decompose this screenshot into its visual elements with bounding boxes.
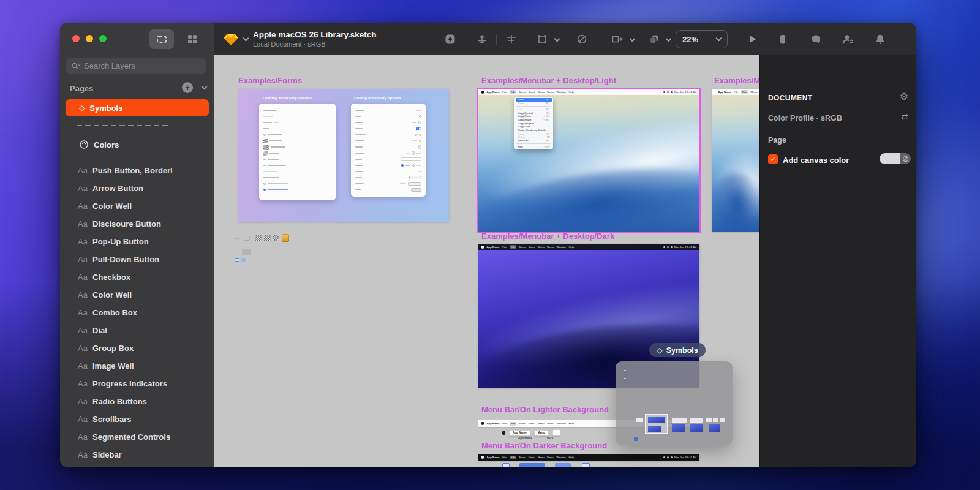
page-symbols-label: Symbols xyxy=(89,104,123,113)
add-collaborator-button[interactable] xyxy=(842,33,854,45)
instances-button[interactable] xyxy=(648,33,660,45)
text-style-icon: Aa xyxy=(78,432,92,442)
notifications-bell-icon[interactable] xyxy=(874,33,886,45)
grid-view-toggle[interactable] xyxy=(180,29,205,49)
resize-button[interactable] xyxy=(611,33,623,45)
gear-icon[interactable]: ⚙ xyxy=(900,91,908,102)
document-subtitle: Local Document · sRGB xyxy=(253,40,377,49)
document-chip[interactable]: Apple macOS 26 Library.sketch Local Docu… xyxy=(223,23,377,55)
sidebar-page-colors[interactable]: Colors xyxy=(66,136,209,153)
layer-style-item[interactable]: AaSegmented Controls xyxy=(60,428,214,445)
mini-menubar-status: Mon Jun 9 9:41 AM xyxy=(663,91,696,94)
layer-style-item[interactable]: AaCombo Box xyxy=(60,304,214,321)
text-style-icon: Aa xyxy=(78,237,92,246)
zoom-window-button[interactable] xyxy=(99,35,107,42)
artboard-label-menubar-lighter-bg[interactable]: Menu Bar/On Lighter Background xyxy=(481,405,609,414)
rotate-button[interactable] xyxy=(576,33,588,45)
minimize-window-button[interactable] xyxy=(86,35,93,42)
search-layers-input[interactable]: Search Layers xyxy=(66,58,206,74)
layer-style-item[interactable]: AaCheckbox xyxy=(60,268,214,285)
zoom-level-dropdown[interactable]: 22% xyxy=(676,30,728,48)
artboard-partial-right[interactable]: App NameFileEditMenuMenuMenuMenuWindowHe… xyxy=(712,89,760,232)
page-drag-preview xyxy=(616,361,733,445)
canvas-color-well[interactable] xyxy=(880,153,911,164)
mini-clock-dark: Mon Jun 9 9:41 AM xyxy=(674,246,696,249)
layer-style-item[interactable]: AaScrollbars xyxy=(60,410,214,428)
layer-style-item[interactable]: AaDisclsoure Button xyxy=(60,215,214,232)
artboard-label-menubar-darker-bg[interactable]: Menu Bar/On Darker Background xyxy=(481,441,607,450)
close-window-button[interactable] xyxy=(72,35,80,42)
page-divider-dashed xyxy=(77,125,170,126)
layer-style-list: AaPush Button, Borderl AaArrow Button Aa… xyxy=(60,162,214,467)
layer-style-item[interactable]: AaPop-Up Button xyxy=(60,233,214,250)
instances-options-chevron-icon[interactable] xyxy=(666,36,672,42)
inspector-panel: DOCUMENT ⚙ Color Profile · sRGB ⇄ Page ✓… xyxy=(760,55,916,467)
menubar-fragments-row1[interactable]: App Name Menu xyxy=(502,429,560,436)
group-options-chevron-icon[interactable] xyxy=(554,36,560,42)
distribute-button[interactable] xyxy=(476,33,488,45)
forms-trailing-header: Trailing accessory options xyxy=(353,96,401,100)
group-button[interactable] xyxy=(536,33,548,45)
layer-style-item[interactable]: AaArrow Button xyxy=(60,179,214,197)
layer-style-item[interactable]: AaSidebar xyxy=(60,446,214,463)
canvas-view-toggle[interactable] xyxy=(149,29,174,49)
sidebar: Search Layers Pages + ◇ Symbols Colors A… xyxy=(60,23,214,467)
layer-style-item[interactable]: AaColor Well xyxy=(60,286,214,303)
comments-button[interactable] xyxy=(810,33,822,45)
text-style-icon: Aa xyxy=(78,326,92,335)
layer-style-item[interactable]: AaColor Well xyxy=(60,197,214,214)
apple-logo-fragment xyxy=(502,431,505,435)
canvas-view-icon xyxy=(155,32,168,46)
document-title: Apple macOS 26 Library.sketch xyxy=(253,30,377,40)
artboard-forms[interactable]: Leading accessory options Trailing acces… xyxy=(238,89,449,222)
sidebar-page-symbols[interactable]: ◇ Symbols xyxy=(66,99,209,116)
search-icon xyxy=(71,62,81,70)
sketch-logo-icon xyxy=(223,32,239,47)
artboard-label-menubar-dark[interactable]: Examples/Menubar + Desktop/Dark xyxy=(481,232,614,241)
layer-style-item[interactable]: AaPull-Down Button xyxy=(60,251,214,268)
menu-pill: Menu xyxy=(534,430,549,436)
drag-symbols-badge: ◇ Symbols xyxy=(649,343,706,357)
menubar-fragments-row2[interactable]: App Name Menu xyxy=(518,437,554,440)
light-wallpaper-2 xyxy=(712,89,760,232)
add-canvas-color-checkbox[interactable]: ✓ xyxy=(768,154,778,164)
text-style-icon: Aa xyxy=(78,166,92,175)
light-wallpaper xyxy=(478,89,699,232)
artboard-label-menubar-light[interactable]: Examples/Menubar + Desktop/Light xyxy=(481,76,616,85)
menubar-strip-dark[interactable]: App NameFileEditMenuMenuMenuMenuWindowHe… xyxy=(478,454,699,461)
symbols-diamond-icon: ◇ xyxy=(79,104,85,112)
layer-style-item[interactable]: AaPush Button, Borderl xyxy=(60,162,214,179)
text-style-icon: Aa xyxy=(78,379,92,388)
layer-style-item[interactable]: AaRadio Buttons xyxy=(60,393,214,410)
layer-style-item[interactable]: AaGroup Box xyxy=(60,339,214,356)
resize-options-chevron-icon[interactable] xyxy=(630,36,636,42)
color-variable-button[interactable] xyxy=(900,153,911,164)
add-page-button[interactable]: + xyxy=(182,82,193,93)
artboard-label-partial[interactable]: Examples/Me xyxy=(714,76,760,85)
grid-view-icon xyxy=(186,32,199,46)
mini-menubar-status-dark: Mon Jun 9 9:41 AM xyxy=(663,246,696,249)
artboard-menubar-desktop-light[interactable]: App NameFileEditMenuMenuMenuMenuWindowHe… xyxy=(478,89,699,232)
mini-clock: Mon Jun 9 9:41 AM xyxy=(674,91,696,94)
create-symbol-button[interactable] xyxy=(444,33,456,45)
artboard-label-forms[interactable]: Examples/Forms xyxy=(238,76,302,85)
zoom-chevron-icon xyxy=(716,36,722,42)
app-name-pill: App Name xyxy=(509,430,530,436)
swap-profile-icon[interactable]: ⇄ xyxy=(901,111,908,121)
layer-style-item[interactable]: AaDial xyxy=(60,322,214,339)
toolbar: Apple macOS 26 Library.sketch Local Docu… xyxy=(214,23,916,55)
mirror-preview-button[interactable] xyxy=(777,33,789,45)
square-pill xyxy=(552,429,560,436)
color-profile-row[interactable]: Color Profile · sRGB xyxy=(768,114,842,123)
layer-style-item[interactable]: AaProgress Indicators xyxy=(60,375,214,392)
mini-menubar-light: App NameFileEditMenuMenuMenuMenuWindowHe… xyxy=(478,89,699,95)
text-style-icon: Aa xyxy=(78,450,92,459)
text-style-icon: Aa xyxy=(78,415,92,424)
text-style-icon: Aa xyxy=(78,202,92,211)
canvas[interactable]: Examples/Forms Examples/Menubar + Deskto… xyxy=(214,55,760,467)
layer-style-item[interactable]: AaImage Well xyxy=(60,357,214,374)
tidy-button[interactable] xyxy=(505,33,518,45)
prototype-play-button[interactable] xyxy=(746,33,758,45)
zoom-level-value: 22% xyxy=(682,35,698,44)
strip-clock-dark: Mon Jun 9 9:41 AM xyxy=(674,456,696,459)
